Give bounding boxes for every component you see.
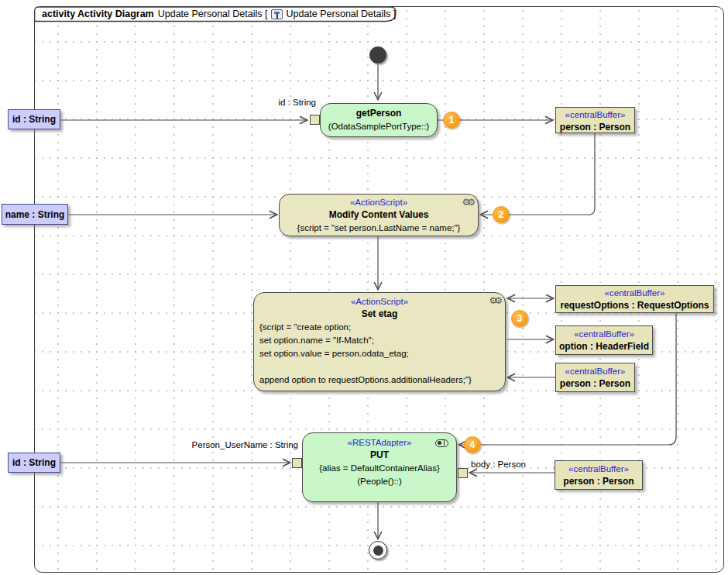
step-badge-4[interactable]: 4 — [464, 436, 481, 453]
buffer-name: person : Person — [556, 377, 634, 390]
action-script: {script = "set person.LastName = name;"} — [280, 222, 478, 235]
action-alias: {alias = DefaultContainerAlias} — [303, 462, 456, 475]
step-badge-1[interactable]: 1 — [443, 112, 460, 129]
buffer-stereotype: «centralBuffer» — [556, 365, 634, 377]
step-badge-2[interactable]: 2 — [493, 206, 510, 223]
gears-icon: ⚙⚙ — [489, 295, 500, 306]
buffer-stereotype: «centralBuffer» — [556, 328, 652, 340]
buffer-stereotype: «centralBuffer» — [556, 108, 634, 121]
centralbuffer-person-top[interactable]: «centralBuffer» person : Person — [555, 107, 635, 133]
script-line: set option.name = "If-Match"; — [254, 334, 505, 347]
centralbuffer-requestoptions[interactable]: «centralBuffer» requestOptions : Request… — [555, 285, 714, 313]
frame-title-before: Update Personal Details [ — [158, 8, 268, 20]
buffer-stereotype: «centralBuffer» — [556, 287, 713, 299]
final-node[interactable] — [369, 541, 387, 560]
centralbuffer-person-bottom[interactable]: «centralBuffer» person : Person — [555, 460, 643, 490]
frame-tab-label: activity Activity Diagram Update Persona… — [42, 8, 396, 20]
buffer-name: person : Person — [556, 121, 634, 133]
parameter-id-bottom[interactable]: id : String — [8, 453, 60, 473]
action-title: PUT — [303, 449, 456, 462]
activity-diagram-icon — [271, 9, 283, 19]
action-operation: (People()::) — [303, 475, 456, 488]
edge-label-id-string: id : String — [232, 98, 316, 107]
frame-kind-label: activity Activity Diagram — [42, 8, 154, 20]
initial-node[interactable] — [369, 46, 386, 64]
script-line: append option to requestOptions.addition… — [254, 374, 505, 387]
activity-diagram-canvas: activity Activity Diagram Update Persona… — [0, 0, 728, 575]
frame-title-after: Update Personal Details ] — [286, 8, 396, 20]
script-line: set option.value = person.odata_etag; — [254, 347, 505, 360]
edge-label-body-person: body : Person — [471, 460, 541, 469]
buffer-stereotype: «centralBuffer» — [555, 463, 642, 475]
action-stereotype: «ActionScript» — [254, 295, 505, 308]
buffer-name: person : Person — [555, 475, 642, 487]
gears-icon: ⚙⚙ — [462, 197, 472, 208]
edge-label-person-username: Person_UserName : String — [174, 440, 298, 449]
buffer-name: requestOptions : RequestOptions — [556, 299, 713, 312]
parameter-name[interactable]: name : String — [2, 204, 68, 225]
action-set-etag[interactable]: ⚙⚙ «ActionScript» Set etag {script = "cr… — [253, 292, 506, 391]
action-subtitle: (OdataSamplePortType::) — [321, 120, 437, 133]
action-stereotype: «RESTAdapter» — [303, 436, 456, 449]
edge-persontop-to-modify[interactable] — [481, 133, 595, 215]
final-node-dot — [373, 546, 383, 556]
action-modify-content-values[interactable]: ⚙⚙ «ActionScript» Modify Content Values … — [279, 194, 479, 236]
centralbuffer-person-mid[interactable]: «centralBuffer» person : Person — [555, 363, 635, 392]
script-line: {script = "create option; — [254, 321, 505, 334]
input-pin-put-body[interactable] — [458, 468, 468, 478]
input-pin-put-username[interactable] — [292, 458, 302, 468]
centralbuffer-option[interactable]: «centralBuffer» option : HeaderField — [555, 325, 653, 355]
action-title: Set etag — [254, 308, 505, 321]
action-stereotype: «ActionScript» — [280, 196, 478, 208]
buffer-name: option : HeaderField — [556, 340, 652, 353]
script-line — [254, 360, 505, 374]
action-put[interactable]: «RESTAdapter» PUT {alias = DefaultContai… — [302, 432, 457, 502]
rest-adapter-icon — [435, 439, 448, 447]
action-title: Modify Content Values — [280, 208, 478, 222]
action-title: getPerson — [321, 107, 437, 120]
action-getperson[interactable]: getPerson (OdataSamplePortType::) — [320, 103, 438, 137]
step-badge-3[interactable]: 3 — [511, 310, 528, 327]
parameter-id-top[interactable]: id : String — [8, 109, 60, 129]
input-pin-getperson-id[interactable] — [310, 115, 320, 125]
